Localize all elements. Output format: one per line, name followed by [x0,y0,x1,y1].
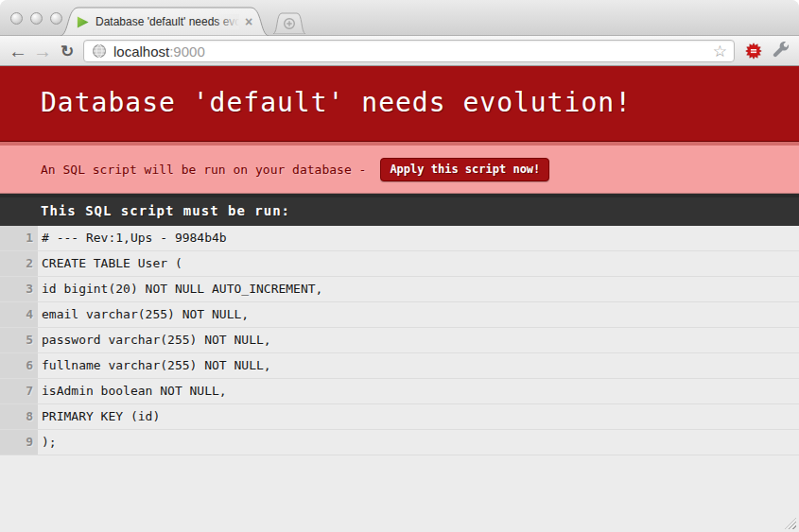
line-number: 8 [0,404,38,429]
url-host: localhost [113,43,169,60]
detail-text: An SQL script will be run on your databa… [41,163,366,177]
code-text: PRIMARY KEY (id) [38,404,165,429]
address-bar[interactable]: localhost:9000 ☆ [83,40,735,62]
code-text: id bigint(20) NOT NULL AUTO_INCREMENT, [38,277,327,301]
line-number: 7 [0,379,38,403]
code-text: isAdmin boolean NOT NULL, [38,379,232,403]
new-tab-button[interactable] [272,12,306,34]
forward-button[interactable]: → [30,36,55,66]
wrench-menu-icon[interactable] [772,42,790,60]
close-window-button[interactable] [10,12,23,25]
line-number: 6 [0,353,38,378]
code-line: 8 PRIMARY KEY (id) [0,404,799,430]
code-line: 1 # --- Rev:1,Ups - 9984b4b [0,226,799,251]
line-number: 5 [0,328,38,352]
tab-close-icon[interactable]: × [245,15,252,28]
code-text: password varchar(255) NOT NULL, [38,328,276,352]
line-number: 4 [0,302,38,327]
play-framework-favicon-icon [76,15,90,29]
window-controls [10,12,62,25]
browser-window: Database 'default' needs evo × ← → ↻ [0,0,799,532]
apply-script-button[interactable]: Apply this script now! [380,158,549,181]
minimize-window-button[interactable] [30,12,43,25]
line-number: 9 [0,430,38,455]
code-text: CREATE TABLE User ( [38,251,187,276]
code-text: email varchar(255) NOT NULL, [38,302,253,327]
code-text: ); [38,430,61,455]
tab-title: Database 'default' needs evo [96,14,239,29]
script-header-bar: This SQL script must be run: [0,194,799,226]
back-button[interactable]: ← [6,36,30,66]
url-text[interactable]: localhost:9000 [113,43,713,60]
sql-script-listing: 1 # --- Rev:1,Ups - 9984b4b 2 CREATE TAB… [0,226,799,455]
url-port: :9000 [169,43,205,60]
code-text: # --- Rev:1,Ups - 9984b4b [38,226,232,250]
globe-icon [92,43,107,59]
reload-button[interactable]: ↻ [55,36,79,66]
code-line: 2 CREATE TABLE User ( [0,251,799,277]
detail-banner: An SQL script will be run on your databa… [0,142,799,194]
active-tab-content[interactable]: Database 'default' needs evo × [74,10,267,33]
code-line: 9 ); [0,430,799,455]
error-header: Database 'default' needs evolution! [0,66,799,142]
browser-toolbar: ← → ↻ localhost:9000 ☆ [0,36,799,66]
line-number: 3 [0,277,38,301]
code-text: fullname varchar(255) NOT NULL, [38,353,276,378]
window-resize-grip[interactable] [785,518,796,529]
code-line: 4 email varchar(255) NOT NULL, [0,302,799,328]
code-line: 7 isAdmin boolean NOT NULL, [0,379,799,404]
evolution-error-page: Database 'default' needs evolution! An S… [0,66,799,455]
page-title: Database 'default' needs evolution! [41,86,758,120]
red-burst-extension-icon[interactable] [744,42,763,60]
line-number: 1 [0,226,38,250]
code-line: 6 fullname varchar(255) NOT NULL, [0,353,799,379]
titlebar: Database 'default' needs evo × [0,0,799,36]
line-number: 2 [0,251,38,276]
tab-title-fade [215,14,239,29]
code-line: 3 id bigint(20) NOT NULL AUTO_INCREMENT, [0,277,799,302]
bookmark-star-icon[interactable]: ☆ [713,43,727,60]
script-header: This SQL script must be run: [41,203,758,219]
code-line: 5 password varchar(255) NOT NULL, [0,328,799,353]
